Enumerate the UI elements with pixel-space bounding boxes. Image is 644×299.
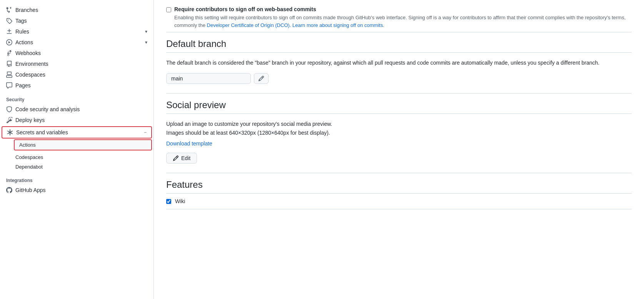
- default-branch-description: The default branch is considered the "ba…: [166, 59, 632, 67]
- commit-sign-description: Enabling this setting will require contr…: [174, 14, 632, 29]
- integrations-section-header: Integrations: [0, 172, 153, 185]
- dco-link[interactable]: Developer Certificate of Origin (DCO).: [207, 22, 291, 28]
- sidebar-item-label: Pages: [15, 82, 31, 89]
- pages-icon: [6, 82, 12, 89]
- sidebar-sub-item-actions[interactable]: Actions: [15, 140, 151, 150]
- sidebar-item-pages[interactable]: Pages: [0, 80, 153, 91]
- download-template-link[interactable]: Download template: [166, 140, 632, 147]
- shield-icon: [6, 106, 12, 112]
- chevron-down-icon: ▾: [145, 40, 147, 45]
- sidebar-sub-item-label: Codespaces: [15, 154, 43, 160]
- sidebar-item-label: GitHub Apps: [15, 187, 46, 193]
- social-preview-title: Social preview: [166, 100, 632, 110]
- minus-icon: −: [144, 130, 147, 135]
- wiki-checkbox[interactable]: [166, 199, 171, 204]
- wiki-row: Wiki: [166, 194, 632, 209]
- sidebar-item-rules[interactable]: Rules ▾: [0, 26, 153, 37]
- chevron-down-icon: ▾: [145, 29, 147, 34]
- environment-icon: [6, 61, 12, 67]
- sidebar-item-label: Codespaces: [15, 72, 45, 78]
- sidebar-item-branches[interactable]: Branches: [0, 5, 153, 15]
- sidebar-item-label: Deploy keys: [15, 117, 45, 123]
- section-divider-3: [166, 93, 632, 94]
- wiki-label: Wiki: [175, 198, 185, 204]
- sidebar-sub-item-codespaces[interactable]: Codespaces: [0, 152, 153, 162]
- sidebar-sub-item-label: Dependabot: [15, 164, 43, 170]
- commit-sign-section: Require contributors to sign off on web-…: [166, 0, 632, 32]
- sidebar-item-code-security[interactable]: Code security and analysis: [0, 104, 153, 115]
- sidebar-item-actions[interactable]: Actions ▾: [0, 37, 153, 48]
- sidebar-item-webhooks[interactable]: Webhooks: [0, 48, 153, 58]
- section-divider-4: [166, 114, 632, 114]
- sidebar-item-label: Actions: [15, 39, 33, 45]
- sidebar-item-github-apps[interactable]: GitHub Apps: [0, 185, 153, 195]
- key-icon: [6, 117, 12, 123]
- tag-icon: [6, 18, 12, 24]
- sidebar-item-label: Rules: [15, 28, 29, 35]
- default-branch-title: Default branch: [166, 38, 632, 49]
- sidebar-item-codespaces[interactable]: Codespaces: [0, 69, 153, 80]
- actions-icon: [6, 39, 12, 45]
- sidebar-sub-item-dependabot[interactable]: Dependabot: [0, 162, 153, 172]
- section-divider-5: [166, 173, 632, 173]
- sidebar-item-label: Code security and analysis: [15, 106, 80, 112]
- edit-button-label: Edit: [181, 155, 190, 161]
- branch-edit-icon-button[interactable]: [254, 73, 269, 84]
- sidebar-item-label: Secrets and variables: [16, 129, 68, 135]
- commit-sign-label: Require contributors to sign off on web-…: [174, 6, 316, 12]
- edit-icon: [173, 155, 179, 161]
- sidebar-item-label: Webhooks: [15, 50, 41, 56]
- github-icon: [6, 187, 12, 193]
- sidebar-item-label: Environments: [15, 61, 48, 67]
- sidebar-item-deploy-keys[interactable]: Deploy keys: [0, 115, 153, 125]
- sidebar-sub-item-label: Actions: [19, 142, 36, 148]
- sidebar-item-secrets-variables[interactable]: Secrets and variables −: [2, 127, 151, 138]
- main-content: Require contributors to sign off on web-…: [154, 0, 644, 299]
- sidebar-item-label: Tags: [15, 18, 27, 24]
- sidebar-item-label: Branches: [15, 7, 38, 13]
- asterisk-icon: [7, 129, 13, 135]
- section-divider-2: [166, 52, 632, 53]
- features-title: Features: [166, 179, 632, 190]
- social-preview-desc1: Upload an image to customize your reposi…: [166, 120, 632, 128]
- edit-button[interactable]: Edit: [166, 153, 197, 164]
- codespaces-icon: [6, 72, 12, 78]
- learn-more-link[interactable]: Learn more about signing off on commits: [292, 22, 383, 28]
- commit-sign-checkbox[interactable]: [166, 7, 171, 12]
- branch-input-row: [166, 73, 632, 84]
- sidebar: Branches Tags Rules ▾ Actions ▾: [0, 0, 154, 299]
- webhook-icon: [6, 50, 12, 56]
- rules-icon: [6, 28, 12, 35]
- security-section-header: Security: [0, 91, 153, 104]
- sidebar-item-tags[interactable]: Tags: [0, 15, 153, 26]
- branch-icon: [6, 7, 12, 13]
- section-divider-1: [166, 32, 632, 32]
- sidebar-item-environments[interactable]: Environments: [0, 58, 153, 69]
- branch-name-input[interactable]: [166, 73, 251, 84]
- social-preview-desc2: Images should be at least 640×320px (128…: [166, 130, 632, 136]
